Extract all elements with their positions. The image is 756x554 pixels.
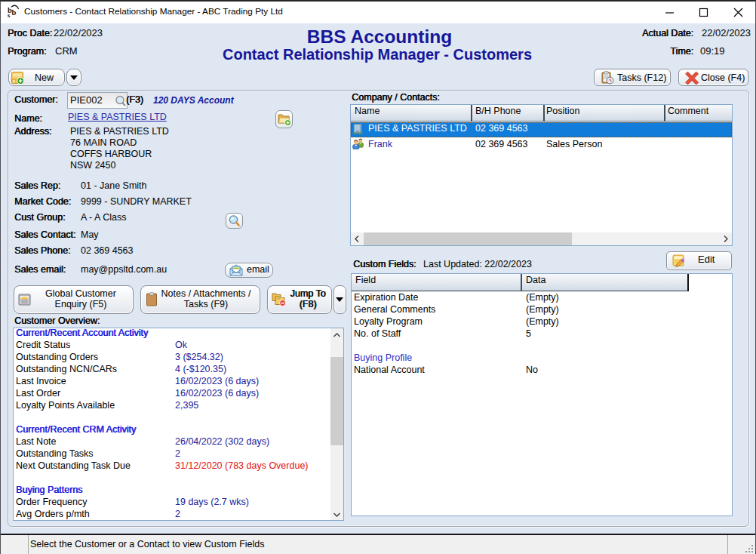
svg-text:b: b — [12, 8, 17, 17]
